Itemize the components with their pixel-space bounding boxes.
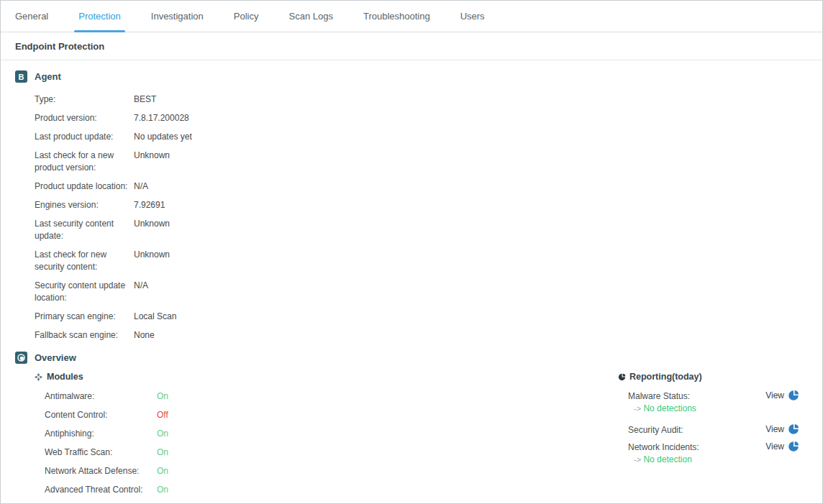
field-label: Last product update: (35, 131, 134, 143)
tab-troubleshooting[interactable]: Troubleshooting (353, 1, 440, 32)
field-value: Unknown (134, 218, 170, 242)
view-label: View (765, 390, 784, 400)
field-value: Unknown (134, 249, 170, 273)
field-row-type: Type: BEST (35, 93, 808, 106)
page-title: Endpoint Protection (15, 41, 808, 52)
overview-target-icon (15, 352, 27, 364)
agent-fields: Type: BEST Product version: 7.8.17.20002… (15, 93, 808, 342)
agent-section-header: B Agent (15, 70, 808, 83)
field-value: BEST (134, 93, 156, 106)
pie-chart-icon (788, 441, 799, 452)
field-label: Last check for a new product version: (35, 150, 134, 174)
report-item-security-audit: Security Audit: View (618, 424, 799, 436)
module-row-advanced-threat-control: Advanced Threat Control: On (35, 484, 808, 496)
module-status: On (157, 428, 168, 440)
arrow-glyph: -> (634, 404, 641, 413)
bitdefender-agent-icon: B (15, 70, 27, 83)
field-value: 7.8.17.200028 (134, 112, 189, 124)
reporting-title: Reporting(today) (629, 372, 702, 382)
tab-bar: General Protection Investigation Policy … (1, 1, 822, 32)
modules-icon (35, 373, 42, 381)
no-detections-link[interactable]: No detections (643, 403, 696, 413)
tab-scan-logs[interactable]: Scan Logs (278, 1, 342, 32)
field-value: N/A (134, 280, 148, 304)
pie-chart-icon (788, 390, 799, 401)
overview-section-header: Overview (15, 352, 808, 364)
module-label: Content Control: (45, 409, 157, 421)
field-label: Engines version: (35, 199, 134, 211)
field-row-engines-version: Engines version: 7.92691 (35, 199, 808, 211)
tab-users[interactable]: Users (450, 1, 495, 32)
field-row-product-version: Product version: 7.8.17.200028 (35, 112, 808, 124)
report-item-network-incidents: Network Incidents: -> No detection View (618, 441, 799, 465)
module-label: Network Attack Defense: (45, 465, 157, 477)
field-row-last-check-security: Last check for new security content: Unk… (35, 249, 808, 273)
no-detection-link[interactable]: No detection (643, 454, 691, 464)
field-label: Fallback scan engine: (35, 329, 134, 342)
field-row-last-check-product: Last check for a new product version: Un… (35, 150, 808, 174)
view-label: View (765, 424, 784, 434)
module-status: On (157, 484, 168, 496)
report-label: Malware Status: (628, 390, 696, 402)
content: B Agent Type: BEST Product version: 7.8.… (1, 60, 822, 496)
field-label: Primary scan engine: (35, 311, 134, 323)
field-row-last-security-update: Last security content update: Unknown (35, 218, 808, 242)
report-label: Network Incidents: (628, 441, 699, 453)
field-row-primary-scan-engine: Primary scan engine: Local Scan (35, 311, 808, 323)
agent-section: B Agent Type: BEST Product version: 7.8.… (15, 70, 808, 342)
reporting-block: Reporting(today) Malware Status: -> No d… (618, 372, 799, 471)
report-item-malware-status: Malware Status: -> No detections View (618, 390, 799, 414)
field-value: Unknown (134, 150, 170, 174)
view-label: View (765, 441, 784, 452)
reporting-header: Reporting(today) (618, 372, 799, 382)
field-row-last-product-update: Last product update: No updates yet (35, 131, 808, 143)
tab-investigation[interactable]: Investigation (141, 1, 214, 32)
field-value: N/A (134, 180, 148, 193)
tab-protection[interactable]: Protection (68, 1, 131, 32)
field-value: 7.92691 (134, 199, 165, 211)
overview-section: Overview (15, 352, 808, 496)
view-network-incidents-link[interactable]: View (765, 441, 799, 452)
report-detail: -> No detection (628, 454, 699, 465)
module-label: Advanced Threat Control: (45, 484, 157, 496)
page-title-bar: Endpoint Protection (1, 32, 822, 60)
field-row-product-update-location: Product update location: N/A (35, 180, 808, 193)
agent-section-title: Agent (35, 71, 61, 82)
module-status: On (157, 446, 168, 459)
field-label: Type: (35, 93, 134, 106)
module-label: Antiphishing: (45, 428, 157, 440)
overview-body: Modules Antimalware: On Content Control:… (15, 372, 808, 496)
module-status: On (157, 465, 168, 477)
pie-chart-icon (788, 423, 799, 435)
field-value: No updates yet (134, 131, 192, 143)
modules-title: Modules (47, 372, 83, 382)
field-label: Security content update location: (35, 280, 134, 304)
module-status: Off (157, 409, 168, 421)
report-label: Security Audit: (628, 424, 683, 436)
tab-policy[interactable]: Policy (224, 1, 269, 32)
arrow-glyph: -> (634, 455, 641, 464)
field-value: None (134, 329, 155, 342)
reporting-pie-icon (618, 373, 626, 381)
view-security-audit-link[interactable]: View (765, 423, 799, 435)
field-label: Last check for new security content: (35, 249, 134, 273)
view-malware-report-link[interactable]: View (765, 390, 799, 401)
report-detail: -> No detections (628, 403, 696, 414)
field-label: Product version: (35, 112, 134, 124)
field-label: Product update location: (35, 180, 134, 193)
module-label: Antimalware: (45, 390, 157, 403)
module-status: On (157, 390, 168, 403)
module-label: Web Traffic Scan: (45, 446, 157, 459)
endpoint-details-page: General Protection Investigation Policy … (0, 0, 823, 504)
field-label: Last security content update: (35, 218, 134, 242)
field-value: Local Scan (134, 311, 176, 323)
tab-general[interactable]: General (5, 1, 58, 32)
overview-section-title: Overview (35, 352, 76, 363)
field-row-security-update-location: Security content update location: N/A (35, 280, 808, 304)
field-row-fallback-scan-engine: Fallback scan engine: None (35, 329, 808, 342)
